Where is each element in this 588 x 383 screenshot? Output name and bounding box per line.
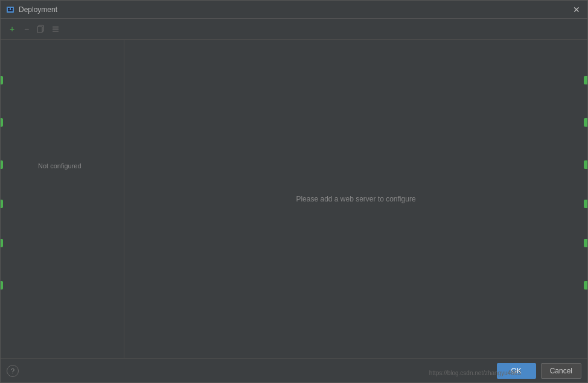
right-indicator-2 xyxy=(584,118,587,127)
svg-rect-8 xyxy=(53,31,59,32)
not-configured-label: Not configured xyxy=(31,157,89,174)
main-content: Not configured Please add a web server t… xyxy=(1,40,587,358)
deployment-icon xyxy=(5,5,15,14)
svg-rect-7 xyxy=(53,29,59,30)
url-text: https://blog.csdn.net/zhangyu4863 xyxy=(429,370,521,376)
title-bar-left: Deployment xyxy=(5,5,57,14)
move-button[interactable] xyxy=(49,22,62,36)
remove-button[interactable]: − xyxy=(20,22,33,36)
close-button[interactable]: ✕ xyxy=(570,4,583,16)
left-panel-content: Not configured xyxy=(1,40,124,358)
deployment-dialog: Deployment ✕ + − xyxy=(0,0,588,383)
help-button[interactable]: ? xyxy=(7,365,19,377)
left-panel: Not configured xyxy=(1,40,124,358)
svg-rect-1 xyxy=(8,8,10,10)
title-bar: Deployment ✕ xyxy=(1,1,587,19)
right-panel: Please add a web server to configure xyxy=(124,40,587,358)
right-indicator-3 xyxy=(584,160,587,169)
copy-button[interactable] xyxy=(34,22,48,36)
bottom-bar: ? https://blog.csdn.net/zhangyu4863 OK C… xyxy=(1,358,587,382)
bottom-left: ? xyxy=(7,365,19,377)
title-text: Deployment xyxy=(19,5,57,14)
svg-rect-0 xyxy=(7,7,14,13)
right-indicator-6 xyxy=(584,281,587,290)
svg-rect-3 xyxy=(8,10,13,11)
svg-rect-2 xyxy=(11,8,13,10)
placeholder-message: Please add a web server to configure xyxy=(296,195,415,203)
right-indicator-5 xyxy=(584,239,587,247)
add-button[interactable]: + xyxy=(5,22,19,36)
toolbar: + − xyxy=(1,19,587,40)
right-indicator-1 xyxy=(584,76,587,84)
cancel-button[interactable]: Cancel xyxy=(541,363,581,379)
svg-rect-5 xyxy=(37,27,42,33)
svg-rect-6 xyxy=(53,27,59,28)
right-indicator-4 xyxy=(584,200,587,208)
